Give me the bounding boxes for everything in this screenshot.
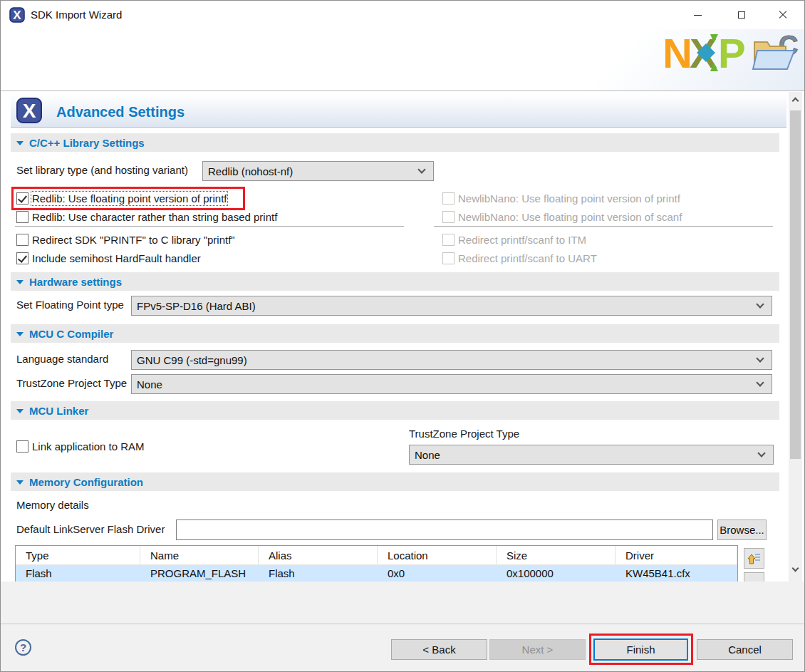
chevron-down-icon — [756, 300, 764, 308]
flash-driver-label: Default LinkServer Flash Driver — [16, 523, 165, 535]
collapse-arrow-icon — [16, 141, 24, 145]
move-up-icon — [747, 552, 762, 566]
checkbox-redlib-char-printf[interactable]: Redlib: Use character rather than string… — [16, 209, 277, 224]
memory-details-label: Memory details — [16, 499, 89, 511]
scroll-up-button[interactable] — [789, 93, 802, 106]
collapse-arrow-icon — [16, 409, 24, 413]
maximize-icon — [738, 11, 745, 19]
move-up-button[interactable] — [744, 548, 764, 569]
trustzone-type-select[interactable]: None — [131, 374, 772, 394]
column-header[interactable]: Size — [497, 546, 616, 565]
checkbox-box[interactable] — [16, 211, 28, 223]
checkbox-redirect-itm: Redirect printf/scanf to ITM — [442, 232, 586, 247]
section-mcu-c-compiler[interactable]: MCU C Compiler — [11, 324, 779, 343]
help-icon[interactable]: ? — [15, 639, 31, 656]
section-memory-configuration[interactable]: Memory Configuration — [11, 472, 779, 491]
section-library-settings[interactable]: C/C++ Library Settings — [11, 133, 779, 152]
linker-trustzone-label: TrustZone Project Type — [409, 428, 519, 440]
chevron-down-icon — [756, 354, 764, 362]
collapse-arrow-icon — [16, 332, 24, 336]
checkbox-newlibnano-float-printf: NewlibNano: Use floating point version o… — [442, 190, 680, 206]
chevron-down-icon — [757, 449, 765, 457]
advanced-settings-panel: X Advanced Settings C/C++ Library Settin… — [1, 91, 804, 581]
app-icon-large: X — [16, 98, 42, 123]
column-header[interactable]: Alias — [259, 546, 378, 565]
section-mcu-linker[interactable]: MCU Linker — [11, 401, 779, 420]
linker-trustzone-select[interactable]: None — [409, 445, 774, 465]
svg-text:X: X — [23, 100, 36, 122]
floating-point-select[interactable]: FPv5-SP-D16 (Hard ABI) — [131, 296, 772, 316]
language-standard-select[interactable]: GNU C99 (-std=gnu99) — [131, 350, 772, 370]
checkbox-box[interactable] — [16, 192, 28, 205]
page-header: X Advanced Settings — [11, 94, 786, 128]
checkbox-box[interactable] — [16, 252, 28, 264]
column-header[interactable]: Type — [16, 546, 140, 565]
column-header[interactable]: Location — [378, 546, 497, 565]
scroll-down-button[interactable] — [789, 563, 802, 576]
finish-button[interactable]: Finish — [593, 639, 688, 661]
close-icon — [779, 11, 787, 19]
nxp-logo: N X P — [665, 33, 747, 73]
divider — [434, 226, 773, 227]
checkbox-newlibnano-float-scanf: NewlibNano: Use floating point version o… — [442, 209, 682, 224]
chevron-down-icon — [417, 165, 425, 173]
sdk-import-wizard-window: X SDK Import Wizard N X P C X — [0, 0, 805, 672]
table-header-row: Type Name Alias Location Size Driver — [16, 546, 737, 565]
collapse-arrow-icon — [16, 280, 24, 284]
checkbox-link-to-ram[interactable]: Link application to RAM — [16, 438, 145, 454]
table-row[interactable]: Flash PROGRAM_FLASH Flash 0x0 0x100000 K… — [16, 565, 737, 581]
checkbox-semihost-hardfault[interactable]: Include semihost HardFault handler — [16, 250, 201, 266]
library-type-select[interactable]: Redlib (nohost-nf) — [202, 161, 434, 181]
close-button[interactable] — [767, 1, 799, 29]
vertical-scrollbar[interactable] — [789, 92, 802, 581]
column-header[interactable]: Driver — [616, 546, 737, 565]
chevron-up-icon — [792, 98, 799, 105]
floating-point-label: Set Floating Point type — [16, 299, 124, 311]
app-icon: X — [9, 7, 25, 23]
language-standard-label: Language standard — [16, 353, 108, 365]
checkbox-redirect-uart: Redirect printf/scanf to UART — [442, 250, 597, 266]
svg-text:P: P — [718, 33, 746, 73]
scrollbar-thumb[interactable] — [790, 110, 801, 459]
page-title: Advanced Settings — [56, 104, 185, 120]
c-project-folder-icon: C — [750, 29, 801, 75]
chevron-down-icon — [792, 565, 799, 572]
minimize-icon — [694, 15, 702, 16]
checkbox-box — [442, 252, 455, 264]
svg-text:X: X — [13, 9, 21, 22]
maximize-button[interactable] — [725, 1, 758, 29]
browse-button[interactable]: Browse... — [717, 519, 767, 540]
column-header[interactable]: Name — [140, 546, 259, 565]
next-button: Next > — [489, 639, 586, 660]
checkbox-box[interactable] — [16, 234, 28, 246]
checkbox-box — [442, 192, 455, 205]
library-type-label: Set library type (and hosting variant) — [16, 164, 188, 176]
lower-strip — [1, 581, 804, 624]
svg-text:N: N — [665, 33, 692, 73]
trustzone-type-label: TrustZone Project Type — [16, 377, 127, 389]
chevron-down-icon — [756, 378, 764, 386]
collapse-arrow-icon — [16, 480, 24, 485]
checkbox-redlib-float-printf[interactable]: Redlib: Use floating point version of pr… — [16, 190, 227, 206]
checkbox-redirect-sdk-printf[interactable]: Redirect SDK "PRINTF" to C library "prin… — [16, 232, 235, 247]
footer-button-bar: ? < Back Next > Finish Cancel — [1, 624, 804, 672]
divider — [15, 226, 404, 227]
checkbox-box — [442, 234, 455, 246]
cancel-button[interactable]: Cancel — [697, 639, 793, 660]
flash-driver-input[interactable] — [176, 519, 713, 540]
memory-table: Type Name Alias Location Size Driver Fla… — [15, 545, 738, 581]
title-bar: X SDK Import Wizard — [1, 1, 804, 29]
window-title: SDK Import Wizard — [31, 9, 122, 21]
move-down-button[interactable] — [744, 572, 764, 581]
minimize-button[interactable] — [681, 1, 714, 29]
section-hardware-settings[interactable]: Hardware settings — [11, 272, 779, 291]
back-button[interactable]: < Back — [391, 639, 487, 660]
checkbox-box — [442, 211, 455, 223]
checkbox-box[interactable] — [16, 440, 28, 453]
